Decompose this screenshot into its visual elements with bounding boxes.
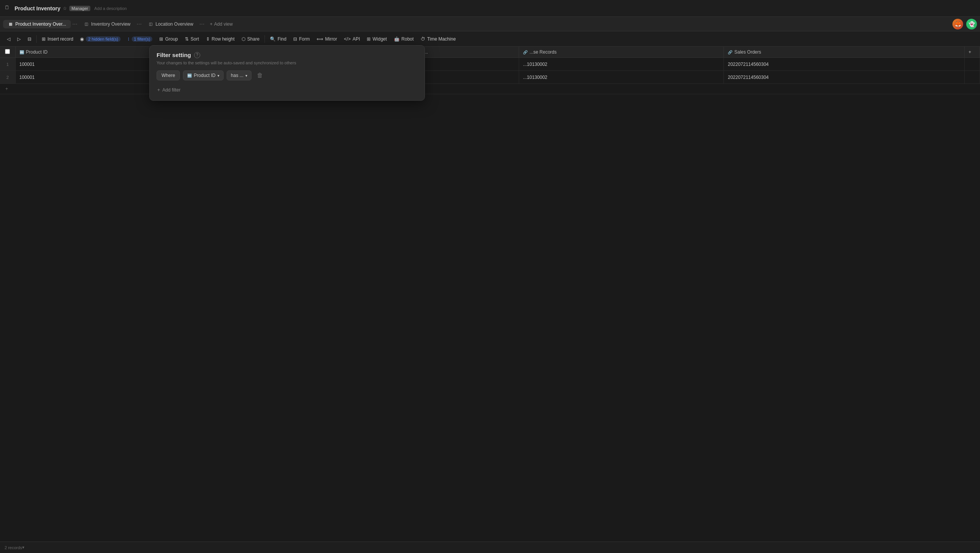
time-machine-button[interactable]: ⏱ Time Machine (418, 35, 459, 43)
filter-delete-button[interactable]: 🗑 (255, 70, 265, 80)
find-label: Find (278, 36, 286, 42)
cell-purchase-records-2[interactable]: ...10130002 (519, 71, 724, 84)
col-header-sales-orders[interactable]: 🔗 Sales Orders (724, 47, 965, 58)
tab-label-inventory-overview: Inventory Overview (91, 21, 131, 27)
add-filter-plus-icon: + (157, 87, 160, 93)
nav-back-button[interactable]: ◁ (4, 35, 13, 43)
insert-record-icon: ⊞ (42, 36, 46, 42)
tab-product-inventory[interactable]: ▦ Product Inventory Over... (3, 20, 71, 28)
nav-collapse-button[interactable]: ⊟ (24, 35, 34, 43)
tab-location-overview[interactable]: ◫ Location Overview (143, 20, 198, 28)
filter-field-icon: 🔤 (187, 74, 192, 78)
toolbar-divider-1 (36, 35, 37, 43)
row-height-button[interactable]: ⇕ Row height (203, 35, 238, 43)
cell-inventory-1[interactable]: 🏷 (410, 58, 519, 71)
add-row-plus-icon: + (5, 86, 8, 92)
user-avatar-2[interactable]: 👻 (966, 19, 977, 29)
robot-icon: 🤖 (394, 36, 400, 42)
cell-inventory-2[interactable]: 🏷 (410, 71, 519, 84)
share-icon: ⬡ (242, 36, 245, 42)
add-column-button[interactable]: + (965, 47, 980, 58)
record-count-chevron[interactable]: ▾ (22, 545, 24, 550)
col-label-product-id: Product ID (26, 49, 48, 55)
add-filter-button[interactable]: + Add filter (157, 86, 418, 94)
checkbox-header[interactable] (0, 47, 15, 58)
row-height-label: Row height (212, 36, 235, 42)
add-view-button[interactable]: + Add view (206, 20, 237, 28)
role-badge: Manager (69, 6, 90, 11)
filter-badge: 1 filter(s) (132, 36, 153, 42)
nav-forward-button[interactable]: ▷ (14, 35, 24, 43)
time-machine-label: Time Machine (427, 36, 456, 42)
filter-modal-title: Filter setting (157, 52, 191, 58)
col-label-purchase-records: ...se Records (529, 49, 557, 55)
cell-purchase-records-1[interactable]: ...10130002 (519, 58, 724, 71)
tab-options-inventory-overview[interactable]: ··· (136, 21, 142, 28)
filter-icon: ⫶ (127, 36, 130, 42)
group-icon: ⊞ (159, 36, 163, 42)
col-header-inventory[interactable]: 🔗 In... (410, 47, 519, 58)
filter-row-1: Where 🔤 Product ID ▾ has ... ▾ 🗑 (157, 70, 418, 80)
sort-button[interactable]: ⇅ Sort (182, 35, 202, 43)
filter-modal: Filter setting ? Your changes to the set… (149, 45, 425, 101)
tab-inventory-overview[interactable]: ◫ Inventory Overview (79, 20, 135, 28)
tab-options-product-inventory[interactable]: ··· (72, 21, 78, 28)
hidden-fields-badge: 2 hidden field(s) (86, 36, 120, 42)
app-title: Product Inventory (15, 5, 60, 11)
find-button[interactable]: 🔍 Find (267, 35, 289, 43)
filter-operator-label: has ... (231, 73, 243, 78)
add-row-button[interactable]: + (0, 84, 980, 94)
form-button[interactable]: ⊟ Form (290, 35, 313, 43)
find-icon: 🔍 (270, 36, 276, 42)
cell-sales-orders-1[interactable]: 2022072114560304 (724, 58, 965, 71)
robot-button[interactable]: 🤖 Robot (391, 35, 417, 43)
group-label: Group (165, 36, 178, 42)
filter-where-button[interactable]: Where (157, 70, 180, 80)
api-label: API (353, 36, 360, 42)
tab-icon-product-inventory: ▦ (8, 21, 13, 27)
tab-options-location-overview[interactable]: ··· (199, 21, 205, 28)
record-count: 2 records (5, 545, 22, 550)
tab-label-product-inventory: Product Inventory Over... (15, 21, 66, 27)
tab-bar: ▦ Product Inventory Over... ··· ◫ Invent… (0, 17, 980, 31)
hidden-fields-button[interactable]: ◉ 2 hidden field(s) (77, 35, 123, 43)
row-height-icon: ⇕ (206, 36, 210, 42)
select-all-checkbox[interactable] (5, 49, 10, 54)
insert-record-button[interactable]: ⊞ Insert record (39, 35, 76, 43)
widget-button[interactable]: ⊞ Widget (364, 35, 390, 43)
robot-label: Robot (402, 36, 414, 42)
mirror-label: Mirror (325, 36, 337, 42)
table-container: 🔤 Product ID 🔤 Product Name 🔗 I (0, 47, 980, 553)
cell-sales-orders-2[interactable]: 2022072114560304 (724, 71, 965, 84)
filter-button[interactable]: ⫶ 1 filter(s) (124, 35, 156, 43)
form-icon: ⊟ (293, 36, 297, 42)
mirror-icon: ⟺ (317, 36, 323, 42)
user-avatar-1[interactable]: 🦊 (952, 19, 963, 29)
title-bar: 🗒 Product Inventory ☆ Manager Add a desc… (0, 0, 980, 17)
col-header-purchase-records[interactable]: 🔗 ...se Records (519, 47, 724, 58)
table-row: 2 100001 Crips 🏷 ...10130002 20220721145… (0, 71, 980, 84)
col-icon-product-id: 🔤 (20, 50, 24, 54)
star-icon[interactable]: ☆ (63, 6, 67, 11)
sort-icon: ⇅ (185, 36, 189, 42)
share-label: Share (247, 36, 260, 42)
api-icon: </> (344, 36, 351, 42)
filter-operator-button[interactable]: has ... ▾ (227, 70, 252, 80)
share-button[interactable]: ⬡ Share (238, 35, 263, 43)
filter-field-chevron: ▾ (217, 74, 219, 78)
filter-modal-description: Your changes to the settings will be aut… (157, 61, 418, 65)
filter-title-row: Filter setting ? (157, 52, 418, 58)
filter-info-icon[interactable]: ? (194, 52, 200, 58)
group-button[interactable]: ⊞ Group (156, 35, 181, 43)
bottom-bar: 2 records ▾ (0, 542, 980, 553)
filter-op-chevron: ▾ (245, 74, 247, 78)
mirror-button[interactable]: ⟺ Mirror (314, 35, 340, 43)
api-button[interactable]: </> API (341, 35, 363, 43)
sort-label: Sort (191, 36, 199, 42)
data-table: 🔤 Product ID 🔤 Product Name 🔗 I (0, 47, 980, 84)
row-num-1: 1 (0, 58, 15, 71)
filter-field-button[interactable]: 🔤 Product ID ▾ (183, 70, 224, 80)
tab-bar-right: 🦊 👻 (952, 19, 977, 29)
app-description[interactable]: Add a description (94, 6, 127, 11)
tab-icon-inventory-overview: ◫ (83, 21, 89, 27)
